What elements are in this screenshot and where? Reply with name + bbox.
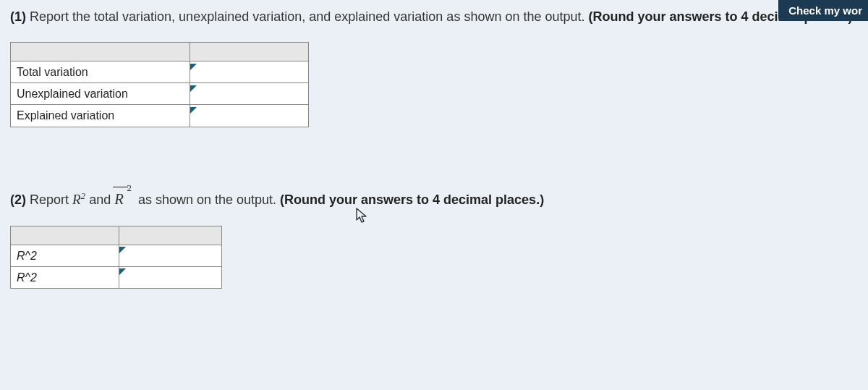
q2-text-a: Report — [26, 192, 72, 207]
q2-number: (2) — [10, 192, 26, 207]
question-1-prompt: (1) Report the total variation, unexplai… — [10, 7, 858, 26]
table-row: Total variation — [11, 62, 309, 83]
q1-explained-variation-input[interactable] — [190, 105, 309, 127]
q1-row-label: Total variation — [11, 62, 190, 83]
q1-header-blank-left — [11, 43, 190, 62]
q2-header-blank-right — [119, 226, 222, 245]
r-bar-letter: R — [114, 191, 124, 207]
q2-header-blank-left — [11, 226, 119, 245]
q1-text-a: Report the total variation, unexplained … — [26, 9, 589, 24]
q1-number: (1) — [10, 9, 26, 24]
q1-total-variation-input[interactable] — [190, 62, 309, 83]
r-letter: R — [72, 192, 81, 207]
q1-row-label: Unexplained variation — [11, 83, 190, 105]
q2-text-c: as shown on the output. — [135, 192, 280, 207]
r-squared-symbol: R2 — [72, 192, 85, 207]
overbar-icon — [113, 187, 128, 187]
question-2-prompt: (2) Report R2 and R 2 as shown on the ou… — [10, 187, 858, 210]
q2-answer-table: R^2 R^2 — [10, 226, 222, 289]
q2-r2-input[interactable] — [119, 245, 222, 266]
q2-text-b: and — [85, 192, 114, 207]
q2-row-label: R^2 — [11, 245, 119, 266]
input-marker-icon — [119, 268, 126, 275]
input-marker-icon — [119, 247, 126, 253]
r-bar-exp: 2 — [127, 182, 131, 195]
q1-header-blank-right — [190, 43, 309, 62]
input-marker-icon — [190, 107, 197, 114]
q2-row-label: R^2 — [11, 266, 119, 288]
table-row: R^2 — [11, 245, 222, 266]
check-my-work-label: Check my wor — [788, 4, 862, 17]
table-row: Explained variation — [11, 105, 309, 127]
r-bar-squared-symbol: R 2 — [114, 187, 124, 210]
q1-row-label: Explained variation — [11, 105, 190, 127]
check-my-work-button[interactable]: Check my wor — [778, 0, 868, 21]
table-row: Unexplained variation — [11, 83, 309, 105]
question-content: (1) Report the total variation, unexplai… — [0, 0, 868, 310]
q1-unexplained-variation-input[interactable] — [190, 83, 309, 105]
q2-rbar2-input[interactable] — [119, 266, 222, 288]
q2-text-d: (Round your answers to 4 decimal places.… — [280, 192, 544, 207]
input-marker-icon — [190, 85, 197, 92]
q1-answer-table: Total variation Unexplained variation Ex… — [10, 42, 309, 127]
table-row: R^2 — [11, 266, 222, 288]
input-marker-icon — [190, 64, 197, 70]
